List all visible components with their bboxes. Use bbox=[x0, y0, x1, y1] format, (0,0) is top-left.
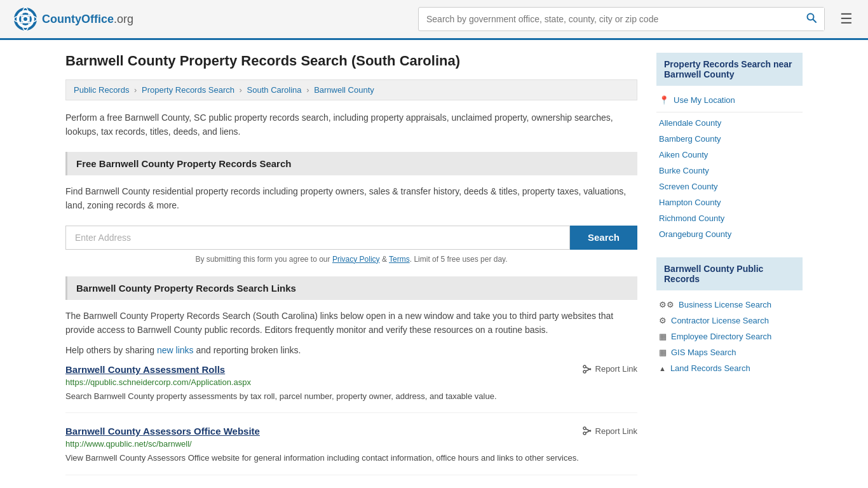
site-header: CountyOffice.org ☰ bbox=[0, 0, 868, 40]
site-logo[interactable]: CountyOffice.org bbox=[13, 6, 133, 32]
sidebar-public-records-section: Barnwell County Public Records ⚙⚙ Busine… bbox=[656, 257, 803, 376]
record-desc-assessors-office: View Barnwell County Assessors Office we… bbox=[65, 452, 637, 464]
record-url-assessment-rolls[interactable]: https://qpublic.schneidercorp.com/Applic… bbox=[65, 377, 637, 387]
global-search-button[interactable] bbox=[799, 8, 824, 30]
sidebar-nearby-header: Property Records Search near Barnwell Co… bbox=[656, 53, 803, 86]
record-title-assessment-rolls[interactable]: Barnwell County Assessment Rolls bbox=[65, 364, 225, 375]
gear-icon-business: ⚙⚙ bbox=[659, 300, 674, 309]
list-icon-employee: ▦ bbox=[659, 332, 667, 341]
global-search-input[interactable] bbox=[419, 9, 799, 29]
scissors-icon-2 bbox=[582, 426, 592, 436]
links-section: Barnwell County Property Records Search … bbox=[65, 276, 637, 475]
page-description: Perform a free Barnwell County, SC publi… bbox=[65, 111, 637, 139]
sidebar-item-employee-directory-search[interactable]: ▦ Employee Directory Search bbox=[656, 329, 803, 344]
privacy-policy-link[interactable]: Privacy Policy bbox=[332, 255, 380, 264]
gear-icon-contractor: ⚙ bbox=[659, 316, 667, 325]
svg-point-4 bbox=[24, 17, 27, 21]
terms-link[interactable]: Terms bbox=[389, 255, 410, 264]
links-section-header: Barnwell County Property Records Search … bbox=[65, 276, 637, 300]
breadcrumb: Public Records › Property Records Search… bbox=[65, 79, 637, 100]
record-url-assessors-office[interactable]: http://www.qpublic.net/sc/barnwell/ bbox=[65, 439, 637, 449]
sidebar-item-screven-county[interactable]: Screven County bbox=[656, 179, 803, 194]
form-terms: By submitting this form you agree to our… bbox=[65, 255, 637, 264]
links-section-description: The Barnwell County Property Records Sea… bbox=[65, 309, 637, 337]
address-search-area: Search By submitting this form you agree… bbox=[65, 226, 637, 264]
address-input-row: Search bbox=[65, 226, 637, 250]
breadcrumb-property-records-search[interactable]: Property Records Search bbox=[142, 85, 234, 95]
breadcrumb-south-carolina[interactable]: South Carolina bbox=[247, 85, 302, 95]
sidebar-item-contractor-license-search[interactable]: ⚙ Contractor License Search bbox=[656, 313, 803, 329]
sidebar-item-allendale-county[interactable]: Allendale County bbox=[656, 115, 803, 131]
svg-point-14 bbox=[583, 432, 586, 435]
record-desc-assessment-rolls: Search Barnwell County property assessme… bbox=[65, 390, 637, 403]
address-input[interactable] bbox=[65, 226, 570, 250]
svg-line-8 bbox=[813, 20, 817, 23]
sidebar-item-burke-county[interactable]: Burke County bbox=[656, 163, 803, 179]
free-search-description: Find Barnwell County residential propert… bbox=[65, 184, 637, 213]
new-links-text: Help others by sharing new links and rep… bbox=[65, 343, 637, 357]
sidebar-public-records-header: Barnwell County Public Records bbox=[656, 257, 803, 290]
main-content: Barnwell County Property Records Search … bbox=[65, 53, 637, 488]
map-icon-gis: ▦ bbox=[659, 348, 667, 357]
record-item: Barnwell County Assessment Rolls Report … bbox=[65, 364, 637, 414]
sidebar-item-orangeburg-county[interactable]: Orangeburg County bbox=[656, 226, 803, 242]
new-links-link[interactable]: new links bbox=[157, 345, 194, 355]
breadcrumb-barnwell-county[interactable]: Barnwell County bbox=[314, 85, 374, 95]
svg-point-9 bbox=[583, 365, 586, 368]
sidebar-item-land-records-search[interactable]: ▲ Land Records Search bbox=[656, 360, 803, 376]
scissors-icon bbox=[582, 364, 592, 374]
sidebar-item-aiken-county[interactable]: Aiken County bbox=[656, 147, 803, 163]
triangle-icon-land: ▲ bbox=[659, 365, 666, 372]
report-link-assessment-rolls[interactable]: Report Link bbox=[582, 364, 637, 374]
svg-point-13 bbox=[583, 427, 586, 430]
sidebar-item-gis-maps-search[interactable]: ▦ GIS Maps Search bbox=[656, 344, 803, 360]
sidebar-item-richmond-county[interactable]: Richmond County bbox=[656, 210, 803, 226]
breadcrumb-public-records[interactable]: Public Records bbox=[74, 85, 129, 95]
report-link-assessors-office[interactable]: Report Link bbox=[582, 426, 637, 436]
search-icon bbox=[806, 13, 817, 23]
sidebar-item-bamberg-county[interactable]: Bamberg County bbox=[656, 131, 803, 147]
address-search-button[interactable]: Search bbox=[570, 226, 637, 250]
hamburger-icon: ☰ bbox=[840, 11, 853, 27]
free-search-header: Free Barnwell County Property Records Se… bbox=[65, 152, 637, 175]
logo-text: CountyOffice.org bbox=[42, 13, 133, 26]
record-item-assessors: Barnwell County Assessors Office Website… bbox=[65, 426, 637, 475]
hamburger-menu-button[interactable]: ☰ bbox=[837, 8, 855, 30]
sidebar-nearby-section: Property Records Search near Barnwell Co… bbox=[656, 53, 803, 242]
sidebar-item-hampton-county[interactable]: Hampton County bbox=[656, 194, 803, 210]
global-search-bar bbox=[418, 7, 825, 31]
use-my-location-link[interactable]: 📍 Use My Location bbox=[656, 92, 803, 108]
record-title-assessors-office[interactable]: Barnwell County Assessors Office Website bbox=[65, 426, 260, 437]
logo-icon bbox=[13, 6, 38, 32]
sidebar: Property Records Search near Barnwell Co… bbox=[656, 53, 803, 488]
sidebar-item-business-license-search[interactable]: ⚙⚙ Business License Search bbox=[656, 297, 803, 313]
location-icon: 📍 bbox=[659, 95, 669, 105]
svg-point-10 bbox=[583, 370, 586, 373]
page-title: Barnwell County Property Records Search … bbox=[65, 53, 637, 69]
main-container: Barnwell County Property Records Search … bbox=[53, 40, 815, 488]
